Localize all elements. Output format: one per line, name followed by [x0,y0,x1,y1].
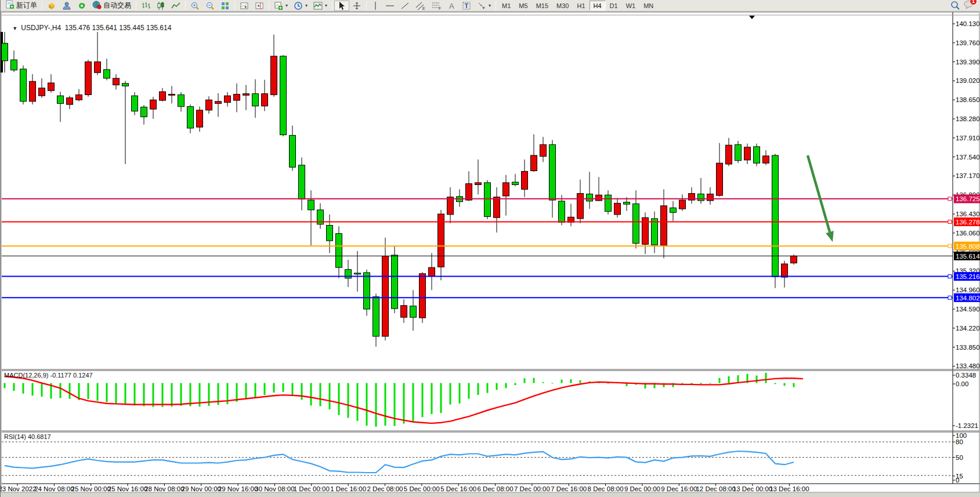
candle [494,197,500,217]
macd-bar [793,383,795,387]
autotrading-button[interactable]: 自动交易 [89,1,134,11]
candle [624,202,630,205]
timeframe-button-m15[interactable]: M15 [532,1,552,10]
line-chart-button[interactable] [168,1,183,11]
new-order-button[interactable]: 新订单 [2,1,40,11]
cursor-button[interactable] [334,1,349,11]
candle [614,203,621,215]
macd-bar [23,383,24,394]
vertical-line-button[interactable] [368,1,382,11]
candle [48,83,55,90]
new-chart-button[interactable]: ▾ [271,1,291,11]
tile-windows-button[interactable] [218,1,233,11]
macd-bar [431,383,433,415]
macd-bar [292,383,294,396]
candle [744,147,751,160]
timeframe-button-w1[interactable]: W1 [622,1,640,10]
signals-button[interactable] [74,1,89,11]
candle [596,195,602,201]
label-button[interactable]: T [459,1,474,11]
crosshair-button[interactable] [349,1,364,11]
chart-canvas[interactable]: 140.130139.760139.390139.020138.650138.2… [1,0,980,497]
macd-bar [264,383,266,396]
svg-text:25 Nov 16:00: 25 Nov 16:00 [108,485,147,492]
timeframe-button-m30[interactable]: M30 [552,1,573,10]
timeframe-button-h1[interactable]: H1 [573,1,589,10]
svg-text:29 Nov 16:00: 29 Nov 16:00 [218,485,258,492]
toolbar: 新订单 自动交易 [1,0,980,12]
navigator-icon [62,1,71,10]
text-button[interactable]: A [445,1,459,11]
chart-frame [1,12,980,497]
search-icon[interactable] [950,1,960,10]
navigator-button[interactable] [59,1,74,11]
svg-text:24 Nov 08:00: 24 Nov 08:00 [34,485,74,492]
autoscroll-button[interactable] [237,1,252,11]
macd-bar [357,383,359,421]
candle [243,94,249,96]
svg-text:50: 50 [956,454,963,461]
macd-bar [255,383,256,398]
svg-text:135.216: 135.216 [956,273,980,280]
svg-text:9 Dec 00:00: 9 Dec 00:00 [624,485,660,492]
svg-text:136.060: 136.060 [956,230,980,237]
horizontal-line-button[interactable] [382,1,397,11]
trendline-button[interactable] [397,1,413,11]
chart-shift-button[interactable] [252,1,267,11]
candles-chart-button[interactable] [153,1,168,11]
candle [522,171,528,189]
macd-bar [719,378,721,383]
macd-bar [385,383,386,426]
svg-text:140.130: 140.130 [956,20,980,27]
svg-text:135.808: 135.808 [956,243,980,250]
candle [447,197,454,215]
candle [150,100,157,109]
svg-text:2 Dec 08:00: 2 Dec 08:00 [367,485,403,492]
macd-bar [468,383,470,399]
zoom-in-button[interactable] [187,1,202,11]
macd-bar [784,383,786,386]
macd-bar [478,383,479,396]
separator [496,1,496,10]
candle [791,256,797,263]
timeframe-button-m5[interactable]: M5 [515,1,531,10]
candle [410,306,417,318]
chat-button[interactable]: 1 [964,0,974,12]
macd-bar [320,383,321,407]
candle [587,194,593,201]
macd-bar [162,383,164,407]
macd-bar [403,383,405,424]
timeframe-button-d1[interactable]: D1 [606,1,622,10]
separator [136,1,136,10]
macd-bar [143,383,145,407]
svg-text:13 Dec 00:00: 13 Dec 00:00 [733,485,772,492]
separator [185,1,186,10]
quotes-button[interactable] [44,1,59,11]
svg-text:138.280: 138.280 [956,115,980,122]
candle [429,267,435,276]
macd-bar [710,383,711,384]
current-price-label: 135.614 [954,252,980,260]
svg-text:133.850: 133.850 [956,344,980,351]
timeframe-button-h4[interactable]: H4 [590,1,606,10]
chart-type-button[interactable]: ▾ [310,1,330,11]
candle [187,107,194,128]
profiles-button[interactable]: ▾ [291,1,310,11]
candle [652,219,658,245]
zoom-out-button[interactable] [202,1,218,11]
macd-bar [153,383,154,407]
bars-chart-button[interactable] [138,1,153,11]
shapes-button[interactable]: ▾ [474,1,494,11]
candle [364,273,370,309]
svg-text:9 Dec 16:00: 9 Dec 16:00 [661,485,697,492]
channel-button[interactable]: E [413,1,429,11]
svg-text:-1.2321: -1.2321 [956,422,978,429]
time-axis[interactable]: 23 Nov 202224 Nov 08:0025 Nov 00:0025 No… [1,484,809,492]
candle [707,194,714,201]
fibonacci-button[interactable]: F [429,1,445,11]
candle [122,84,129,86]
svg-text:0: 0 [956,477,959,484]
timeframe-button-m1[interactable]: M1 [498,1,515,10]
timeframe-button-mn[interactable]: MN [639,1,657,10]
candle [717,163,723,195]
